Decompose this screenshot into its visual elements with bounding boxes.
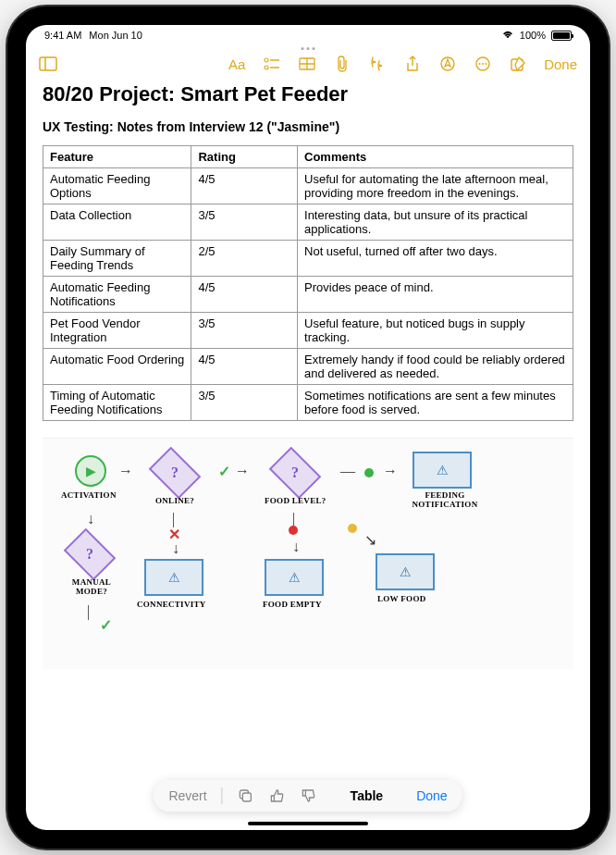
arrow-icon: | [87,603,90,620]
notes-toolbar: Aa [26,45,590,82]
done-button[interactable]: Done [544,56,577,72]
sketch-label: FOOD EMPTY [263,600,322,609]
compose-icon[interactable] [509,55,527,73]
table-header-row: Feature Rating Comments [43,146,573,168]
table-row[interactable]: Automatic Food Ordering4/5Extremely hand… [43,349,573,385]
th-feature: Feature [43,146,191,168]
thumbs-down-icon[interactable] [301,787,317,804]
sketch-label: MANUAL MODE? [59,577,124,596]
sketch-start-node: ▶ [75,455,106,487]
sketch-label: ACTIVATION [61,490,117,500]
th-rating: Rating [191,146,298,168]
multitask-dots-icon[interactable] [302,47,315,50]
note-title: 80/20 Project: Smart Pet Feeder [43,82,573,106]
sketch-label: FEEDING NOTIFICATION [408,490,482,509]
svg-point-12 [482,63,484,65]
handwriting-toolbar: Revert Table Done [154,780,462,812]
yellow-dot-icon [348,524,357,533]
arrow-icon: ↘ [364,531,376,549]
note-content[interactable]: 80/20 Project: Smart Pet Feeder UX Testi… [26,82,590,830]
status-date: Mon Jun 10 [89,30,142,41]
home-indicator[interactable] [248,822,368,825]
table-row[interactable]: Timing of Automatic Feeding Notification… [43,385,573,421]
table-row[interactable]: Data Collection3/5Interesting data, but … [43,204,573,241]
svg-rect-16 [243,793,252,801]
check-icon: ✓ [100,616,112,634]
arrow-icon: → [383,463,398,479]
svg-rect-0 [40,57,56,70]
arrow-icon: ↓ [172,540,179,557]
sketch-label: ONLINE? [155,496,194,505]
svg-point-4 [265,66,268,69]
revert-button[interactable]: Revert [168,788,206,803]
sketch-decision-node: ? [64,528,117,581]
ipad-device-frame: 9:41 AM Mon Jun 10 100% Aa [7,6,609,849]
feedback-table[interactable]: Feature Rating Comments Automatic Feedin… [43,145,573,421]
table-row[interactable]: Daily Summary of Feeding Trends2/5Not us… [43,241,573,277]
note-subtitle: UX Testing: Notes from Interview 12 ("Ja… [43,119,573,134]
markup-icon[interactable] [438,55,457,73]
status-bar: 9:41 AM Mon Jun 10 100% [26,25,590,45]
checklist-icon[interactable] [263,55,281,73]
sidebar-toggle-icon[interactable] [39,55,57,73]
toolbar-done-button[interactable]: Done [416,788,447,803]
divider [222,787,223,804]
thumbs-up-icon[interactable] [269,787,286,804]
sketch-decision-node: ? [269,447,322,500]
arrow-icon: — [340,463,355,479]
battery-icon [551,31,572,41]
handwritten-flowchart[interactable]: ▶ ACTIVATION → ? ONLINE? ✓ → ? FOOD LEVE… [43,438,573,669]
sketch-process-node: ⚠ [144,559,203,596]
battery-percent: 100% [520,30,546,41]
copy-icon[interactable] [238,787,254,804]
green-dot-icon [364,468,374,477]
arrow-icon: ↓ [87,511,94,527]
table-icon[interactable] [298,55,316,73]
arrow-icon: ↓ [292,539,300,555]
screen: 9:41 AM Mon Jun 10 100% Aa [26,25,590,830]
sketch-process-node: ⚠ [413,452,472,489]
sketch-decision-node: ? [149,447,202,500]
th-comments: Comments [298,146,573,168]
status-time: 9:41 AM [44,30,81,41]
table-row[interactable]: Pet Food Vendor Integration3/5Useful fea… [43,313,573,349]
check-icon: ✓ [218,463,230,480]
sketch-process-node: ⚠ [376,553,435,590]
attachment-icon[interactable] [333,55,351,73]
arrow-icon: → [235,463,250,479]
share-icon[interactable] [403,55,422,73]
wifi-icon [501,31,514,40]
mode-label: Table [351,788,384,803]
ai-sparkle-icon[interactable] [368,55,387,73]
sketch-label: CONNECTIVITY [137,600,206,609]
table-row[interactable]: Automatic Feeding Options4/5Useful for a… [43,168,573,204]
red-dot-icon [289,526,298,535]
sketch-label: LOW FOOD [377,594,426,603]
svg-point-2 [265,58,268,62]
more-icon[interactable] [474,55,492,73]
text-format-icon[interactable]: Aa [228,55,246,73]
sketch-process-node: ⚠ [265,559,324,596]
svg-point-13 [486,63,487,65]
sketch-label: FOOD LEVEL? [265,496,326,505]
svg-point-11 [479,63,481,65]
table-row[interactable]: Automatic Feeding Notifications4/5Provid… [43,277,573,313]
arrow-icon: → [118,463,133,479]
